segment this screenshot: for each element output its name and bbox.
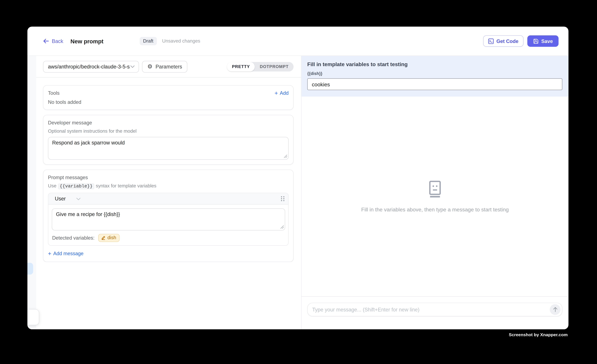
gear-icon: ⚙ (147, 64, 152, 69)
sidebar-sliver (27, 56, 36, 329)
message-header: User (48, 193, 288, 205)
message-input-bar (307, 303, 562, 316)
toggle-option-dotprompt[interactable]: DOTPROMPT (255, 62, 293, 71)
model-select-value: aws/anthropic/bedrock-claude-3-5-s... (48, 64, 130, 69)
message-body: Give me a recipe for {{dish}} Detected v… (48, 205, 288, 245)
prompt-editor-panel: aws/anthropic/bedrock-claude-3-5-s... ⚙ … (36, 56, 301, 329)
variable-value-input[interactable] (307, 78, 562, 90)
view-mode-toggle: PRETTY DOTPROMPT (227, 62, 293, 71)
message-textarea[interactable]: Give me a recipe for {{dish}} (52, 208, 285, 230)
save-label: Save (541, 38, 553, 44)
message-role-select[interactable]: User (55, 196, 80, 202)
editor-scroll-area: Tools + Add No tools added Developer mes… (36, 77, 301, 262)
arrow-left-icon (43, 38, 49, 44)
prompt-messages-title: Prompt messages (48, 174, 289, 180)
message-role-value: User (55, 196, 66, 202)
chevron-down-icon (76, 197, 81, 200)
editor-toolbar: aws/anthropic/bedrock-claude-3-5-s... ⚙ … (36, 56, 301, 77)
template-variables-title: Fill in template variables to start test… (307, 61, 562, 67)
developer-message-textarea[interactable]: Respond as jack sparrow would (48, 137, 289, 160)
robot-face-icon (428, 181, 442, 197)
variable-syntax-code: {{variable}} (58, 183, 94, 190)
add-tool-button[interactable]: + Add (275, 90, 289, 96)
arrow-up-icon (553, 307, 558, 312)
subtitle-suffix: syntax for template variables (96, 183, 156, 189)
message-block: User Give me a recipe for {{dish}} (48, 193, 289, 246)
model-select[interactable]: aws/anthropic/bedrock-claude-3-5-s... (43, 61, 139, 73)
page-title: New prompt (71, 38, 103, 44)
template-variables-section: Fill in template variables to start test… (301, 56, 568, 97)
add-tool-label: Add (280, 90, 289, 96)
subtitle-prefix: Use (48, 183, 56, 189)
chevron-down-icon (130, 65, 135, 68)
sidebar-popover-card (27, 309, 39, 325)
parameters-label: Parameters (156, 64, 182, 69)
test-panel: Fill in template variables to start test… (301, 56, 568, 329)
screenshot-stage: Back New prompt Draft Unsaved changes Ge… (0, 0, 597, 364)
developer-message-card: Developer message Optional system instru… (43, 115, 293, 165)
variable-name-label: {{dish}} (307, 71, 562, 76)
save-icon (533, 38, 539, 44)
unsaved-changes-label: Unsaved changes (162, 38, 200, 44)
detected-variables-row: Detected variables: dish (52, 234, 285, 242)
header-actions: Get Code Save (483, 35, 558, 47)
add-message-button[interactable]: + Add message (48, 250, 84, 256)
detected-variables-label: Detected variables: (52, 235, 94, 241)
chat-input-section (301, 296, 568, 329)
developer-message-subtitle: Optional system instructions for the mod… (48, 129, 289, 134)
pencil-icon (101, 235, 106, 240)
window-body: aws/anthropic/bedrock-claude-3-5-s... ⚙ … (27, 56, 568, 329)
back-label: Back (52, 38, 63, 44)
developer-message-title: Developer message (48, 120, 289, 126)
add-message-label: Add message (53, 250, 83, 256)
send-button[interactable] (550, 304, 560, 315)
prompt-messages-card: Prompt messages Use {{variable}} syntax … (43, 170, 293, 262)
get-code-button[interactable]: Get Code (483, 35, 523, 47)
tools-empty-text: No tools added (48, 99, 289, 105)
prompt-messages-subtitle: Use {{variable}} syntax for template var… (48, 183, 289, 189)
drag-handle-icon[interactable] (281, 196, 284, 201)
tools-card: Tools + Add No tools added (43, 85, 293, 110)
terminal-icon (488, 38, 494, 44)
variable-chip-dish[interactable]: dish (98, 234, 120, 242)
tools-card-title: Tools (48, 90, 60, 96)
back-button[interactable]: Back (43, 38, 63, 44)
chat-empty-hint: Fill in the variables above, then type a… (361, 206, 509, 212)
plus-icon: + (275, 90, 278, 96)
plus-icon: + (48, 250, 51, 256)
window-header: Back New prompt Draft Unsaved changes Ge… (27, 27, 568, 56)
toggle-option-pretty[interactable]: PRETTY (227, 62, 255, 71)
save-button[interactable]: Save (527, 35, 558, 47)
status-badge: Draft (140, 37, 157, 45)
app-window: Back New prompt Draft Unsaved changes Ge… (27, 27, 568, 329)
parameters-button[interactable]: ⚙ Parameters (142, 61, 188, 73)
get-code-label: Get Code (496, 38, 518, 44)
chat-empty-state: Fill in the variables above, then type a… (301, 97, 568, 296)
chat-message-input[interactable] (312, 307, 547, 312)
variable-chip-label: dish (108, 235, 116, 240)
sidebar-active-item[interactable] (27, 263, 33, 274)
watermark-text: Screenshot by Xnapper.com (509, 333, 568, 337)
